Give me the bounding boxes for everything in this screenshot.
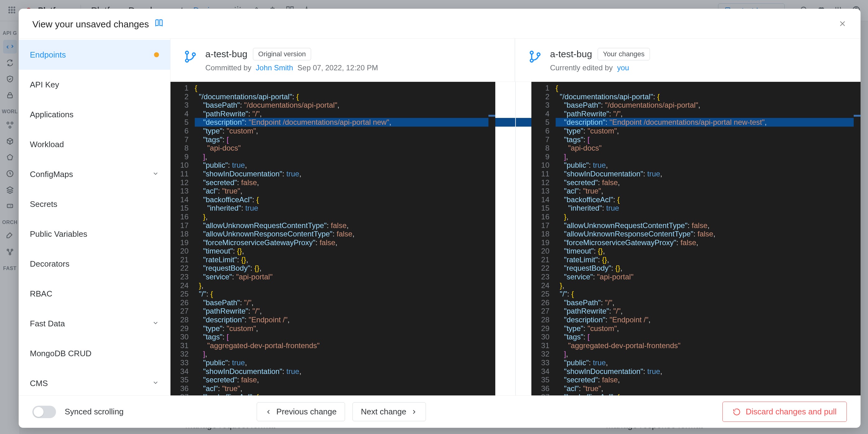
code-line[interactable]: "type": "custom", (556, 127, 861, 135)
code-line[interactable]: "acl": "true", (556, 384, 861, 393)
code-line[interactable]: "description": "Endpoint /documentations… (195, 118, 495, 127)
synced-scrolling-toggle[interactable] (32, 406, 56, 418)
code-line[interactable]: "description": "Endpoint /documentations… (556, 118, 861, 127)
sidebar-item-mongodb-crud[interactable]: MongoDB CRUD (19, 339, 170, 368)
code-line[interactable]: { (195, 84, 495, 92)
next-change-button[interactable]: Next change (352, 402, 426, 421)
code-line[interactable]: "allowUnknownResponseContentType": false… (556, 229, 861, 238)
previous-change-button[interactable]: Previous change (257, 402, 345, 421)
code-line[interactable]: "public": true, (195, 161, 495, 169)
code-line[interactable]: "showInDocumentation": true, (195, 169, 495, 178)
sidebar-item-rbac[interactable]: RBAC (19, 279, 170, 309)
code-line[interactable]: "showInDocumentation": true, (556, 367, 861, 376)
code-line[interactable]: "/documentations/api-portal": { (556, 92, 861, 101)
code-line[interactable]: "allowUnknownRequestContentType": false, (556, 221, 861, 230)
code-line[interactable]: "description": "Endpoint /", (195, 315, 495, 324)
code-line[interactable]: "secreted": false, (195, 178, 495, 187)
code-line[interactable]: "type": "custom", (195, 324, 495, 333)
left-by-user[interactable]: John Smith (256, 63, 293, 72)
code-line[interactable]: "basePath": "/documentations/api-portal"… (195, 101, 495, 110)
code-line[interactable]: "secreted": false, (556, 178, 861, 187)
code-line[interactable]: "basePath": "/", (556, 298, 861, 307)
code-line[interactable]: "service": "api-portal" (195, 273, 495, 281)
code-line[interactable]: "pathRewrite": "/", (556, 307, 861, 315)
code-line[interactable]: "backofficeAcl": { (195, 195, 495, 204)
docs-book-icon[interactable] (155, 19, 163, 30)
code-line[interactable]: ], (195, 350, 495, 359)
sidebar-item-workload[interactable]: Workload (19, 129, 170, 159)
code-line[interactable]: "tags": [ (195, 135, 495, 144)
code-line[interactable]: "rateLimit": {}, (195, 255, 495, 264)
code-line[interactable]: "forceMicroserviceGatewayProxy": false, (556, 238, 861, 247)
next-change-label: Next change (361, 407, 406, 416)
sidebar-item-label: API Key (30, 80, 59, 90)
code-line[interactable]: "tags": [ (556, 333, 861, 341)
code-line[interactable]: "description": "Endpoint /", (556, 315, 861, 324)
code-line[interactable]: "public": true, (556, 161, 861, 169)
sidebar-item-cms[interactable]: CMS (19, 368, 170, 396)
sidebar-item-endpoints[interactable]: Endpoints (19, 40, 170, 70)
code-line[interactable]: }, (195, 281, 495, 290)
code-line[interactable]: "showInDocumentation": true, (195, 367, 495, 376)
right-by-user[interactable]: you (617, 63, 629, 72)
code-line[interactable]: "basePath": "/documentations/api-portal"… (556, 101, 861, 110)
code-line[interactable]: "aggregated-dev-portal-frontends" (195, 341, 495, 350)
code-line[interactable]: "timeout": {}, (556, 247, 861, 255)
sidebar-item-api-key[interactable]: API Key (19, 70, 170, 99)
discard-changes-button[interactable]: Discard changes and pull (722, 402, 847, 422)
code-line[interactable]: "secreted": false, (556, 375, 861, 384)
code-line[interactable]: "backofficeAcl": { (195, 393, 495, 396)
code-line[interactable]: { (556, 84, 861, 92)
code-line[interactable]: "requestBody": {}, (195, 264, 495, 273)
code-line[interactable]: "allowUnknownRequestContentType": false, (195, 221, 495, 230)
code-line[interactable]: "pathRewrite": "/", (195, 307, 495, 315)
code-line[interactable]: "timeout": {}, (195, 247, 495, 255)
sidebar-item-decorators[interactable]: Decorators (19, 249, 170, 279)
code-line[interactable]: "api-docs" (195, 144, 495, 152)
code-line[interactable]: ], (556, 152, 861, 161)
code-line[interactable]: }, (195, 213, 495, 221)
code-line[interactable]: "tags": [ (556, 135, 861, 144)
code-line[interactable]: "type": "custom", (556, 324, 861, 333)
code-line[interactable]: "aggregated-dev-portal-frontends" (556, 341, 861, 350)
close-icon[interactable] (838, 19, 847, 29)
code-line[interactable]: "secreted": false, (195, 375, 495, 384)
sidebar-item-secrets[interactable]: Secrets (19, 189, 170, 219)
code-line[interactable]: ], (195, 152, 495, 161)
code-line[interactable]: ], (556, 350, 861, 359)
code-line[interactable]: "public": true, (556, 359, 861, 367)
code-line[interactable]: "acl": "true", (556, 187, 861, 195)
code-line[interactable]: }, (556, 213, 861, 221)
code-line[interactable]: "forceMicroserviceGatewayProxy": false, (195, 238, 495, 247)
code-line[interactable]: "acl": "true", (195, 187, 495, 195)
code-line[interactable]: "pathRewrite": "/", (556, 110, 861, 118)
code-line[interactable]: "basePath": "/", (195, 298, 495, 307)
code-line[interactable]: "pathRewrite": "/", (195, 110, 495, 118)
code-line[interactable]: "allowUnknownResponseContentType": false… (195, 229, 495, 238)
code-line[interactable]: "public": true, (195, 359, 495, 367)
code-line[interactable]: "inherited": true (556, 204, 861, 213)
code-line[interactable]: "tags": [ (195, 333, 495, 341)
code-line[interactable]: "/documentations/api-portal": { (195, 92, 495, 101)
code-pane-right[interactable]: 1234567891011121314151617181920212223242… (516, 82, 861, 396)
sidebar-item-configmaps[interactable]: ConfigMaps (19, 159, 170, 189)
code-line[interactable]: "rateLimit": {}, (556, 255, 861, 264)
code-line[interactable]: }, (556, 281, 861, 290)
code-line[interactable]: "type": "custom", (195, 127, 495, 135)
sidebar-item-public-variables[interactable]: Public Variables (19, 219, 170, 249)
sidebar-item-fast-data[interactable]: Fast Data (19, 309, 170, 339)
code-line[interactable]: "requestBody": {}, (556, 264, 861, 273)
code-pane-left[interactable]: 1234567891011121314151617181920212223242… (170, 82, 515, 396)
sidebar-item-applications[interactable]: Applications (19, 99, 170, 129)
code-line[interactable]: "backofficeAcl": { (556, 393, 861, 396)
code-line[interactable]: "acl": "true", (195, 384, 495, 393)
code-line[interactable]: "backofficeAcl": { (556, 195, 861, 204)
code-line[interactable]: "service": "api-portal" (556, 273, 861, 281)
modal-sidebar[interactable]: EndpointsAPI KeyApplicationsWorkloadConf… (19, 38, 170, 396)
code-line[interactable]: "showInDocumentation": true, (556, 169, 861, 178)
code-line[interactable]: "/": { (556, 290, 861, 298)
diff-connector-gap (495, 82, 515, 396)
code-line[interactable]: "/": { (195, 290, 495, 298)
code-line[interactable]: "api-docs" (556, 144, 861, 152)
code-line[interactable]: "inherited": true (195, 204, 495, 213)
